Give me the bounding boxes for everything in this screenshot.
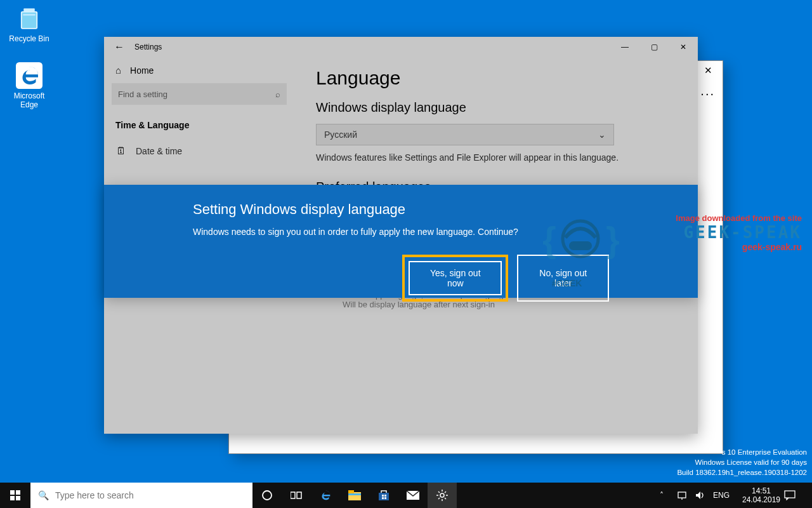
maximize-button[interactable]: ▢ xyxy=(639,37,669,57)
svg-rect-19 xyxy=(382,495,384,497)
store-icon[interactable] xyxy=(369,483,398,508)
back-button[interactable]: ← xyxy=(104,37,134,57)
start-button[interactable] xyxy=(0,483,30,508)
volume-icon[interactable] xyxy=(695,491,713,500)
no-signout-button[interactable]: No, sign out later xyxy=(517,255,609,302)
dialog-title: Setting Windows display language xyxy=(193,201,609,218)
settings-search[interactable]: Find a setting ⌕ xyxy=(112,83,287,105)
activation-l2: Windows License valid for 90 days xyxy=(677,457,807,467)
svg-rect-1 xyxy=(23,8,35,11)
yes-signout-button[interactable]: Yes, sign out now xyxy=(409,261,502,295)
dropdown-value: Русский xyxy=(324,130,357,140)
svg-line-30 xyxy=(445,498,446,499)
display-language-desc: Windows features like Settings and File … xyxy=(316,152,671,164)
taskbar-clock[interactable]: 14:51 24.04.2019 xyxy=(738,484,784,507)
edge-label: Microsoft Edge xyxy=(5,91,53,109)
taskbar-date: 24.04.2019 xyxy=(738,495,784,504)
taskbar: 🔍 Type here to search ˄ ENG 14:51 24.04.… xyxy=(0,483,812,508)
settings-taskbar-icon[interactable] xyxy=(428,483,457,508)
recycle-bin-icon[interactable]: Recycle Bin xyxy=(5,5,53,43)
mail-icon[interactable] xyxy=(398,483,428,508)
network-icon[interactable] xyxy=(678,491,695,500)
recycle-bin-label: Recycle Bin xyxy=(5,34,53,43)
taskbar-search-placeholder: Type here to search xyxy=(55,490,134,500)
activation-l1: s 10 Enterprise Evaluation xyxy=(677,447,807,457)
taskbar-search[interactable]: 🔍 Type here to search xyxy=(30,483,252,508)
highlight-box: Yes, sign out now xyxy=(402,255,508,302)
svg-rect-36 xyxy=(785,491,795,498)
titlebar: ← Settings — ▢ ✕ xyxy=(104,37,698,57)
section-display-language: Windows display language xyxy=(316,100,676,115)
search-icon: 🔍 xyxy=(38,490,49,500)
taskbar-edge-icon[interactable] xyxy=(311,483,340,508)
close-button[interactable]: ✕ xyxy=(669,37,698,57)
svg-rect-21 xyxy=(382,497,384,499)
window-title: Settings xyxy=(134,43,162,51)
task-view-icon[interactable] xyxy=(282,483,311,508)
file-explorer-icon[interactable] xyxy=(340,483,369,508)
home-icon: ⌂ xyxy=(115,65,121,76)
taskbar-time: 14:51 xyxy=(738,486,784,495)
svg-rect-22 xyxy=(384,497,386,499)
sidebar-section: Time & Language xyxy=(104,114,294,137)
dialog-text: Windows needs to sign you out in order t… xyxy=(193,227,609,237)
svg-rect-10 xyxy=(10,496,15,500)
svg-point-24 xyxy=(440,493,444,497)
home-label: Home xyxy=(130,65,154,76)
date-time-label: Date & time xyxy=(136,146,182,156)
svg-line-31 xyxy=(445,491,446,493)
home-nav[interactable]: ⌂ Home xyxy=(104,57,294,83)
chevron-down-icon: ⌄ xyxy=(598,130,606,140)
search-placeholder: Find a setting xyxy=(118,90,167,99)
language-indicator[interactable]: ENG xyxy=(713,491,738,500)
page-title: Language xyxy=(316,67,676,89)
svg-marker-35 xyxy=(696,491,700,499)
svg-rect-9 xyxy=(16,490,20,495)
sidebar-item-date-time[interactable]: 🗓 Date & time xyxy=(104,137,294,166)
display-language-dropdown[interactable]: Русский ⌄ xyxy=(316,124,614,145)
clock-icon: 🗓 xyxy=(115,145,127,157)
svg-rect-16 xyxy=(348,490,354,493)
svg-rect-17 xyxy=(348,493,361,495)
svg-rect-33 xyxy=(678,492,686,498)
svg-rect-2 xyxy=(23,14,35,16)
svg-rect-8 xyxy=(10,490,15,495)
search-icon: ⌕ xyxy=(275,90,280,99)
svg-point-12 xyxy=(263,491,272,500)
tray-up-icon[interactable]: ˄ xyxy=(660,491,678,500)
activation-watermark: s 10 Enterprise Evaluation Windows Licen… xyxy=(677,447,807,478)
action-center-icon[interactable] xyxy=(784,490,812,500)
svg-line-32 xyxy=(438,498,440,499)
signout-dialog: Setting Windows display language Windows… xyxy=(104,185,698,298)
cortana-icon[interactable] xyxy=(252,483,282,508)
svg-rect-14 xyxy=(297,492,301,498)
minimize-button[interactable]: — xyxy=(610,37,639,57)
bg-more-icon[interactable]: ··· xyxy=(700,86,715,101)
svg-rect-13 xyxy=(291,492,295,498)
system-tray: ˄ ENG 14:51 24.04.2019 xyxy=(660,484,812,507)
svg-rect-11 xyxy=(16,496,20,500)
svg-rect-20 xyxy=(384,495,386,497)
svg-line-29 xyxy=(438,491,440,493)
desktop: Recycle Bin Microsoft Edge ✕ ··· ← Setti… xyxy=(0,0,812,508)
activation-l3: Build 18362.19h1_release.190318-1202 xyxy=(677,467,807,478)
edge-icon[interactable]: Microsoft Edge xyxy=(5,62,53,109)
